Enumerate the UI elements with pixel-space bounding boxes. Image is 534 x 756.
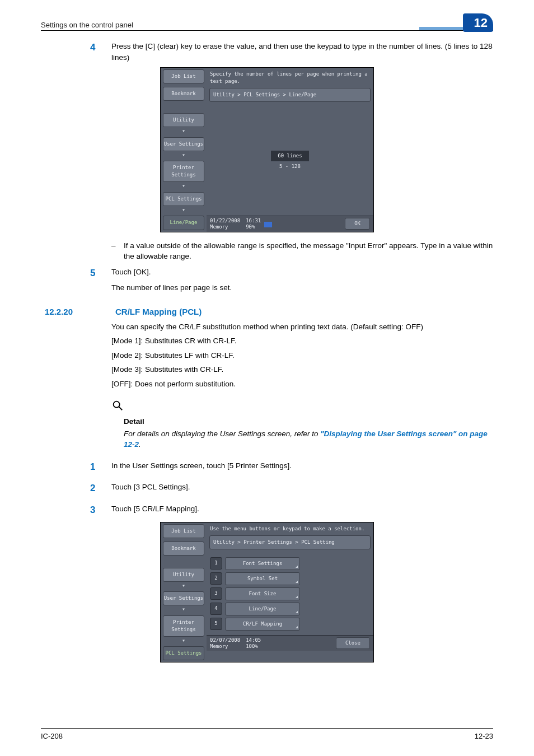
status-memory-label: Memory (210, 224, 240, 230)
chapter-tab: 12 (463, 13, 493, 32)
close-button[interactable]: Close (336, 637, 370, 649)
step-body: Touch [OK]. (111, 267, 493, 281)
job-list-button[interactable]: Job List (163, 524, 204, 538)
font-size-button[interactable]: Font Size (225, 587, 300, 600)
menu-item: 3 Font Size (210, 587, 370, 600)
status-bar: 01/22/2008 Memory 16:31 90% OK (207, 216, 373, 232)
dash: – (111, 240, 124, 262)
crumb-printer-settings[interactable]: Printer Settings (163, 615, 204, 637)
menu-index[interactable]: 2 (210, 572, 222, 585)
status-left: 02/07/2008 Memory (210, 637, 240, 650)
bookmark-button[interactable]: Bookmark (163, 87, 204, 101)
step-number: 5 (90, 267, 111, 281)
chevron-down-icon: ▾ (161, 637, 207, 645)
header-left: Settings on the control panel (41, 21, 133, 29)
crumb-user-settings[interactable]: User Settings (163, 591, 204, 605)
font-settings-button[interactable]: Font Settings (225, 557, 300, 570)
crumb-user-settings[interactable]: User Settings (163, 137, 204, 151)
screenshot-linepage: Job List Bookmark Utility ▾ User Setting… (160, 67, 374, 232)
step-b3: 3 Touch [5 CR/LF Mapping]. (90, 503, 493, 517)
para-mode1: [Mode 1]: Substitutes CR with CR-LF. (111, 335, 493, 347)
status-date: 02/07/2008 (210, 637, 240, 643)
menu-index[interactable]: 5 (210, 618, 222, 630)
menu-index[interactable]: 3 (210, 587, 222, 600)
screenshot-body: Job List Bookmark Utility ▾ User Setting… (161, 522, 373, 662)
step-5-after: The number of lines per page is set. (111, 282, 493, 293)
crumb-utility[interactable]: Utility (163, 568, 204, 582)
crumb-pcl-settings[interactable]: PCL Settings (163, 192, 204, 206)
screenshot-body: Job List Bookmark Utility ▾ User Setting… (161, 68, 373, 231)
status-memory: 100% (246, 643, 261, 650)
page-header: Settings on the control panel 12 (41, 17, 493, 31)
breadcrumb: Utility > PCL Settings > Line/Page (209, 88, 371, 102)
svg-point-0 (114, 402, 120, 408)
footer-left: IC-208 (41, 732, 63, 740)
menu-index[interactable]: 1 (210, 557, 222, 570)
value-range: 5 - 128 (279, 163, 301, 170)
crumb-line-page[interactable]: Line/Page (163, 216, 204, 230)
status-left: 01/22/2008 Memory (210, 218, 240, 230)
value-display[interactable]: 60 lines (271, 151, 308, 161)
status-icon (264, 222, 272, 227)
step-4-note: – If a value outside of the allowable ra… (111, 240, 493, 262)
menu-item: 1 Font Settings (210, 557, 370, 570)
chevron-down-icon: ▾ (161, 151, 207, 160)
detail-block: Detail For details on displaying the Use… (111, 399, 493, 450)
ok-button[interactable]: OK (345, 218, 370, 230)
magnifier-icon (111, 399, 124, 412)
chevron-down-icon: ▾ (161, 206, 207, 214)
page: Settings on the control panel 12 4 Press… (0, 0, 534, 756)
status-mid: 16:31 90% (246, 218, 261, 230)
main-area: Use the menu buttons or keypad to make a… (207, 522, 373, 662)
step-number: 1 (90, 460, 111, 474)
value-area: 60 lines 5 - 128 (207, 105, 373, 216)
crumb-utility[interactable]: Utility (163, 113, 204, 127)
screenshot-pcl-menu: Job List Bookmark Utility ▾ User Setting… (160, 522, 374, 663)
footer-right: 12-23 (475, 732, 493, 740)
para-intro: You can specify the CR/LF substitution m… (111, 321, 493, 333)
status-memory: 90% (246, 224, 261, 230)
bookmark-button[interactable]: Bookmark (163, 542, 204, 556)
step-body: In the User Settings screen, touch [5 Pr… (111, 460, 493, 474)
menu-list: 1 Font Settings 2 Symbol Set 3 Font Size (207, 553, 373, 635)
step-4: 4 Press the [C] (clear) key to erase the… (90, 41, 493, 63)
menu-item: 5 CR/LF Mapping (210, 618, 370, 631)
menu-item: 4 Line/Page (210, 603, 370, 615)
status-memory-label: Memory (210, 643, 240, 650)
line-page-button[interactable]: Line/Page (225, 603, 300, 615)
step-number: 3 (90, 503, 111, 517)
status-bar: 02/07/2008 Memory 14:05 100% Close (207, 635, 373, 651)
page-footer: IC-208 12-23 (41, 728, 493, 740)
status-mid: 14:05 100% (246, 637, 261, 650)
crumb-printer-settings[interactable]: Printer Settings (163, 161, 204, 182)
chevron-down-icon: ▾ (161, 605, 207, 614)
content: 4 Press the [C] (clear) key to erase the… (41, 31, 493, 662)
tab-accent (419, 27, 463, 30)
detail-pre: For details on displaying the User Setti… (124, 430, 320, 438)
breadcrumb: Utility > Printer Settings > PCL Setting (209, 535, 371, 549)
crlf-mapping-button[interactable]: CR/LF Mapping (225, 618, 300, 631)
status-time: 14:05 (246, 637, 261, 643)
main-area: Specify the number of lines per page whe… (207, 68, 373, 231)
chevron-down-icon: ▾ (161, 127, 207, 136)
header-right: 12 (463, 17, 493, 29)
job-list-button[interactable]: Job List (163, 69, 204, 83)
hint-text: Specify the number of lines per page whe… (207, 68, 373, 88)
menu-index[interactable]: 4 (210, 603, 222, 615)
step-body: Touch [3 PCL Settings]. (111, 482, 493, 496)
status-date: 01/22/2008 (210, 218, 240, 224)
step-body: Touch [5 CR/LF Mapping]. (111, 503, 493, 517)
menu-item: 2 Symbol Set (210, 572, 370, 585)
chevron-down-icon: ▾ (161, 582, 207, 590)
svg-line-1 (119, 407, 123, 410)
crumb-pcl-settings[interactable]: PCL Settings (163, 646, 204, 660)
section-heading: 12.2.20 CR/LF Mapping (PCL) (41, 306, 493, 318)
step-b2: 2 Touch [3 PCL Settings]. (90, 482, 493, 496)
symbol-set-button[interactable]: Symbol Set (225, 572, 300, 585)
para-mode3: [Mode 3]: Substitutes with CR-LF. (111, 364, 493, 375)
sidebar: Job List Bookmark Utility ▾ User Setting… (161, 522, 207, 662)
step-b1: 1 In the User Settings screen, touch [5 … (90, 460, 493, 474)
section-title: CR/LF Mapping (PCL) (115, 306, 202, 318)
detail-label: Detail (124, 416, 493, 427)
step-body: Press the [C] (clear) key to erase the v… (111, 41, 493, 63)
